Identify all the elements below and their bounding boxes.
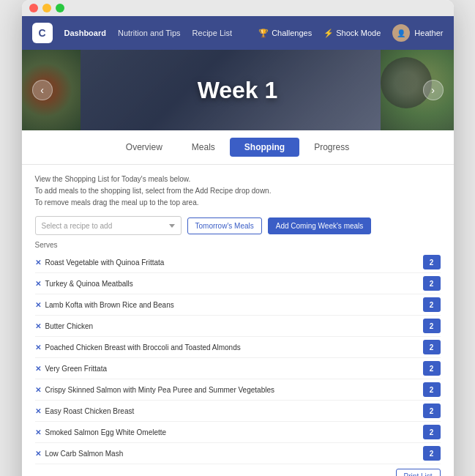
meal-name: Butter Chicken [45,322,94,330]
meal-item: ✕ Roast Vegetable with Quinoa Frittata 2 [35,252,441,273]
tomorrow-meals-button[interactable]: Tomorrow's Meals [187,217,262,234]
chevron-right-icon: › [431,84,435,96]
meal-count: 2 [423,340,441,354]
app-window: C Dashboard Nutrition and Tips Recipe Li… [22,0,454,476]
remove-meal-button[interactable]: ✕ [35,450,41,458]
nav-logo[interactable]: C [32,23,53,43]
meal-left: ✕ Very Green Frittata [35,365,423,373]
navbar: C Dashboard Nutrition and Tips Recipe Li… [22,16,454,50]
meal-item: ✕ Easy Roast Chicken Breast 2 [35,401,441,422]
nav-recipe-list[interactable]: Recipe List [192,29,232,37]
remove-meal-button[interactable]: ✕ [35,407,41,415]
controls-row: Select a recipe to add Tomorrow's Meals … [35,216,441,235]
meal-count: 2 [423,297,441,312]
tab-overview[interactable]: Overview [111,138,177,157]
meal-name: Very Green Frittata [45,365,107,373]
meal-item: ✕ Very Green Frittata 2 [35,358,441,379]
nav-shock-mode[interactable]: ⚡ Shock Mode [323,29,381,38]
meal-list: ✕ Roast Vegetable with Quinoa Frittata 2… [35,252,441,464]
avatar: 👤 [392,24,410,42]
remove-meal-button[interactable]: ✕ [35,365,41,373]
remove-meal-button[interactable]: ✕ [35,301,41,309]
meal-name: Easy Roast Chicken Breast [45,407,135,415]
close-button[interactable] [29,4,38,12]
meal-item: ✕ Crispy Skinned Salmon with Minty Pea P… [35,379,441,401]
remove-meal-button[interactable]: ✕ [35,386,41,394]
meal-name: Low Carb Salmon Mash [45,450,124,458]
meal-count: 2 [423,446,441,461]
trophy-icon: 🏆 [258,29,269,38]
hero-banner: Week 1 ‹ › [22,50,454,130]
meal-left: ✕ Poached Chicken Breast with Broccoli a… [35,343,423,352]
serves-label: Serves [35,241,441,249]
remove-meal-button[interactable]: ✕ [35,428,41,436]
remove-meal-button[interactable]: ✕ [35,322,41,330]
titlebar [22,0,454,16]
meal-count: 2 [423,319,441,333]
next-week-button[interactable]: › [423,80,444,100]
meal-item: ✕ Turkey & Quinoa Meatballs 2 [35,273,441,294]
maximize-button[interactable] [56,4,64,12]
meal-left: ✕ Smoked Salmon Egg White Omelette [35,428,423,436]
minimize-button[interactable] [42,4,51,12]
hero-plate [381,57,432,108]
meal-left: ✕ Low Carb Salmon Mash [35,450,423,458]
meal-count: 2 [423,276,441,291]
tab-bar: Overview Meals Shopping Progress [22,130,454,165]
chevron-left-icon: ‹ [40,84,44,96]
remove-meal-button[interactable]: ✕ [35,259,41,267]
meal-name: Smoked Salmon Egg White Omelette [45,428,167,436]
meal-name: Turkey & Quinoa Meatballs [45,280,133,288]
print-list-button[interactable]: Print List [396,469,441,476]
meal-left: ✕ Roast Vegetable with Quinoa Frittata [35,259,423,267]
nav-nutrition[interactable]: Nutrition and Tips [118,29,181,37]
meal-name: Lamb Kofta with Brown Rice and Beans [45,301,174,309]
remove-meal-button[interactable]: ✕ [35,280,41,288]
meal-item: ✕ Smoked Salmon Egg White Omelette 2 [35,422,441,443]
tab-shopping[interactable]: Shopping [230,138,299,157]
prev-week-button[interactable]: ‹ [32,80,53,100]
meal-item: ✕ Poached Chicken Breast with Broccoli a… [35,337,441,358]
shopping-content: View the Shopping List for Today's meals… [22,165,454,476]
meal-count: 2 [423,255,441,269]
tab-meals[interactable]: Meals [177,138,230,157]
meal-count: 2 [423,425,441,439]
meal-left: ✕ Turkey & Quinoa Meatballs [35,280,423,288]
tab-progress[interactable]: Progress [299,138,364,157]
meal-name: Poached Chicken Breast with Broccoli and… [45,343,241,352]
meal-left: ✕ Easy Roast Chicken Breast [35,407,423,415]
meal-left: ✕ Crispy Skinned Salmon with Minty Pea P… [35,386,423,394]
recipe-select[interactable]: Select a recipe to add [35,216,182,235]
instructions: View the Shopping List for Today's meals… [35,174,441,209]
lightning-icon: ⚡ [323,29,334,38]
remove-meal-button[interactable]: ✕ [35,343,41,352]
coming-week-button[interactable]: Add Coming Week's meals [268,217,372,234]
nav-dashboard[interactable]: Dashboard [64,29,106,37]
meal-left: ✕ Lamb Kofta with Brown Rice and Beans [35,301,423,309]
hero-week-title: Week 1 [198,77,278,104]
meal-left: ✕ Butter Chicken [35,322,423,330]
meal-count: 2 [423,382,441,397]
nav-user[interactable]: 👤 Heather [392,24,443,42]
meal-item: ✕ Butter Chicken 2 [35,316,441,337]
meal-item: ✕ Lamb Kofta with Brown Rice and Beans 2 [35,294,441,316]
meal-name: Roast Vegetable with Quinoa Frittata [45,259,165,267]
nav-challenges[interactable]: 🏆 Challenges [258,29,312,38]
meal-name: Crispy Skinned Salmon with Minty Pea Pur… [45,386,275,394]
meal-item: ✕ Low Carb Salmon Mash 2 [35,443,441,464]
print-row: Print List [35,464,441,476]
meal-count: 2 [423,404,441,418]
meal-count: 2 [423,361,441,376]
